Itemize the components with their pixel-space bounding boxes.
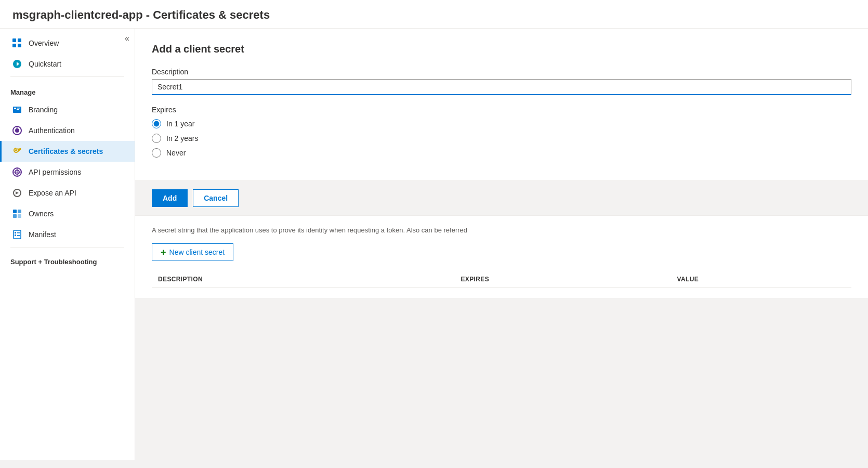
sidebar-item-authentication-label: Authentication (29, 126, 75, 135)
manage-divider (10, 76, 124, 77)
support-label: Support + Troubleshooting (10, 258, 124, 266)
main-layout: « Overview Quickstart Manag (0, 29, 868, 460)
radio-in1year-label: In 1 year (166, 120, 194, 128)
grid-icon (12, 38, 22, 48)
api-icon (12, 167, 22, 177)
action-panel: Add Cancel (135, 181, 868, 216)
sidebar-item-owners[interactable]: Owners (0, 203, 135, 224)
sidebar-item-expose-api-label: Expose an API (29, 189, 76, 197)
sidebar-item-quickstart-label: Quickstart (29, 60, 61, 68)
manifest-icon (12, 229, 22, 240)
owners-icon (12, 209, 22, 219)
content-area: Add a client secret Description Expires … (135, 29, 868, 460)
expose-icon (12, 188, 22, 198)
svg-rect-6 (17, 108, 20, 109)
expires-label: Expires (152, 106, 851, 114)
sidebar-item-authentication[interactable]: Authentication (0, 120, 135, 141)
radio-never[interactable]: Never (152, 148, 851, 158)
sidebar-item-owners-label: Owners (29, 210, 54, 218)
secrets-table: DESCRIPTION EXPIRES VALUE (152, 271, 851, 288)
svg-rect-13 (13, 210, 17, 213)
svg-rect-15 (13, 214, 17, 218)
sidebar-item-overview[interactable]: Overview (0, 33, 135, 54)
description-input[interactable] (152, 79, 851, 95)
svg-rect-2 (12, 44, 16, 47)
radio-in1year[interactable]: In 1 year (152, 119, 851, 128)
expires-radio-group: In 1 year In 2 years Never (152, 119, 851, 158)
sidebar-item-certificates-secrets[interactable]: Certificates & secrets (0, 141, 135, 162)
new-secret-label: New client secret (169, 248, 225, 256)
radio-never-label: Never (166, 149, 186, 157)
support-divider (10, 247, 124, 248)
sidebar-item-certificates-label: Certificates & secrets (29, 147, 103, 155)
sidebar-item-branding[interactable]: Branding (0, 99, 135, 120)
new-client-secret-button[interactable]: + New client secret (152, 243, 233, 261)
svg-rect-16 (18, 214, 21, 218)
plus-icon: + (161, 248, 166, 257)
modal-title: Add a client secret (152, 43, 851, 55)
svg-rect-1 (18, 38, 21, 42)
col-value: VALUE (671, 271, 851, 288)
key-icon (12, 146, 22, 157)
cancel-button[interactable]: Cancel (193, 189, 239, 207)
svg-rect-0 (12, 38, 16, 42)
sidebar-item-quickstart[interactable]: Quickstart (0, 54, 135, 74)
sidebar-item-manifest[interactable]: Manifest (0, 224, 135, 245)
sidebar-item-manifest-label: Manifest (29, 230, 56, 239)
col-description: DESCRIPTION (152, 271, 454, 288)
sidebar-item-overview-label: Overview (29, 39, 59, 47)
info-text: A secret string that the application use… (152, 226, 851, 234)
support-section: Support + Troubleshooting (0, 250, 135, 270)
col-expires: EXPIRES (454, 271, 670, 288)
sidebar-item-expose-api[interactable]: Expose an API (0, 183, 135, 203)
radio-in2years-input[interactable] (152, 134, 161, 143)
radio-in1year-input[interactable] (152, 119, 161, 128)
description-label: Description (152, 68, 851, 76)
svg-rect-19 (17, 232, 20, 233)
sidebar-item-api-permissions-label: API permissions (29, 168, 81, 176)
radio-never-input[interactable] (152, 148, 161, 158)
sidebar-item-branding-label: Branding (29, 106, 58, 114)
radio-in2years-label: In 2 years (166, 134, 198, 142)
sidebar-item-api-permissions[interactable]: API permissions (0, 162, 135, 183)
svg-rect-7 (17, 109, 19, 110)
sidebar: « Overview Quickstart Manag (0, 29, 135, 460)
svg-rect-21 (17, 235, 20, 236)
branding-icon (12, 105, 22, 115)
svg-rect-3 (18, 44, 21, 47)
table-header-row: DESCRIPTION EXPIRES VALUE (152, 271, 851, 288)
manage-section-label: Manage (0, 79, 135, 99)
authentication-icon (12, 125, 22, 136)
svg-rect-14 (18, 210, 21, 213)
page-title: msgraph-clientcred-app - Certificates & … (12, 8, 856, 22)
table-header: DESCRIPTION EXPIRES VALUE (152, 271, 851, 288)
page-header: msgraph-clientcred-app - Certificates & … (0, 0, 868, 29)
description-field: Description (152, 68, 851, 95)
svg-rect-20 (15, 235, 16, 236)
sidebar-collapse-button[interactable]: « (125, 34, 129, 43)
add-secret-panel: Add a client secret Description Expires … (135, 29, 868, 181)
add-button[interactable]: Add (152, 189, 188, 207)
svg-rect-18 (15, 232, 16, 233)
quickstart-icon (12, 59, 22, 69)
radio-in2years[interactable]: In 2 years (152, 134, 851, 143)
expires-section: Expires In 1 year In 2 years Never (152, 106, 851, 158)
svg-rect-5 (14, 108, 16, 109)
content-body: A secret string that the application use… (135, 216, 868, 298)
